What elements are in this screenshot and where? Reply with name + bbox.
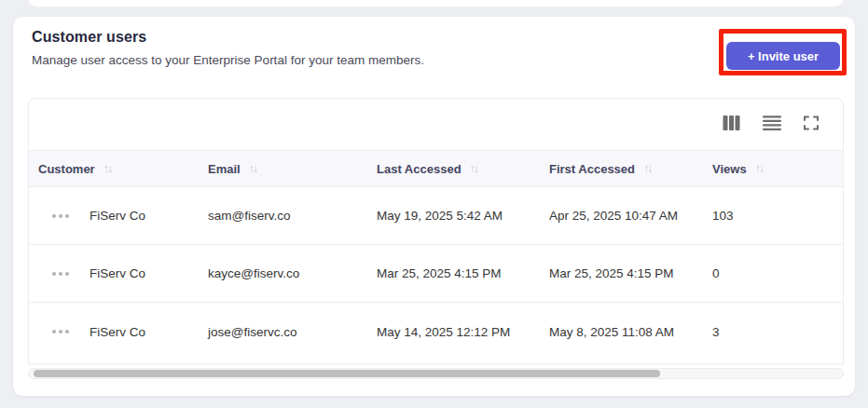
table-toolbar bbox=[29, 99, 843, 150]
users-table: Customer ↑↓ Email ↑↓ Last Accessed ↑↓ Fi… bbox=[28, 98, 844, 364]
sort-icon: ↑↓ bbox=[470, 162, 480, 175]
table-row[interactable]: FiServ Co kayce@fiserv.co Mar 25, 2025 4… bbox=[29, 245, 843, 303]
density-lines-icon bbox=[763, 115, 781, 134]
last-accessed-cell: May 14, 2025 12:12 PM bbox=[377, 325, 549, 339]
last-accessed-cell: May 19, 2025 5:42 AM bbox=[377, 209, 549, 223]
fullscreen-button[interactable] bbox=[804, 116, 819, 133]
customer-name: FiServ Co bbox=[90, 209, 145, 223]
sort-icon: ↑↓ bbox=[103, 162, 114, 175]
fullscreen-icon bbox=[804, 116, 819, 133]
table-row[interactable]: FiServ Co jose@fiservc.co May 14, 2025 1… bbox=[29, 303, 843, 360]
sort-icon: ↑↓ bbox=[249, 162, 259, 175]
customer-name: FiServ Co bbox=[90, 325, 145, 339]
column-label: Customer bbox=[38, 162, 95, 176]
page-subtitle: Manage user access to your Enterprise Po… bbox=[32, 53, 424, 67]
sort-icon: ↑↓ bbox=[643, 162, 654, 175]
row-menu-button[interactable] bbox=[52, 328, 69, 335]
horizontal-scrollbar-track[interactable] bbox=[28, 368, 844, 379]
column-label: Last Accessed bbox=[377, 162, 462, 176]
table-row[interactable]: FiServ Co sam@fiserv.co May 19, 2025 5:4… bbox=[29, 187, 843, 245]
last-accessed-cell: Mar 25, 2025 4:15 PM bbox=[377, 266, 549, 280]
column-label: Views bbox=[712, 162, 747, 176]
invite-user-button[interactable]: + Invite user bbox=[726, 42, 840, 70]
row-menu-button[interactable] bbox=[52, 270, 69, 278]
email-cell: sam@fiserv.co bbox=[208, 209, 377, 223]
column-label: First Accessed bbox=[549, 162, 635, 176]
first-accessed-cell: Mar 25, 2025 4:15 PM bbox=[549, 266, 712, 280]
horizontal-scrollbar-thumb[interactable] bbox=[34, 370, 660, 377]
customer-cell: FiServ Co bbox=[29, 266, 208, 280]
density-button[interactable] bbox=[763, 115, 781, 134]
customer-users-panel: Customer users Manage user access to you… bbox=[13, 17, 855, 396]
views-cell: 3 bbox=[712, 325, 843, 339]
column-header-first-accessed[interactable]: First Accessed ↑↓ bbox=[549, 151, 712, 186]
row-menu-button[interactable] bbox=[52, 212, 69, 220]
table-header-row: Customer ↑↓ Email ↑↓ Last Accessed ↑↓ Fi… bbox=[29, 150, 843, 187]
email-cell: jose@fiservc.co bbox=[208, 325, 377, 339]
email-cell: kayce@fiserv.co bbox=[208, 266, 377, 280]
customer-cell: FiServ Co bbox=[29, 209, 208, 223]
column-header-email[interactable]: Email ↑↓ bbox=[208, 151, 377, 186]
columns-button[interactable] bbox=[723, 115, 740, 134]
customer-name: FiServ Co bbox=[90, 266, 145, 280]
column-header-last-accessed[interactable]: Last Accessed ↑↓ bbox=[377, 151, 549, 186]
customer-cell: FiServ Co bbox=[29, 325, 208, 339]
first-accessed-cell: Apr 25, 2025 10:47 AM bbox=[549, 209, 712, 223]
previous-card-edge bbox=[28, 0, 844, 7]
column-header-customer[interactable]: Customer ↑↓ bbox=[29, 151, 208, 186]
sort-icon: ↑↓ bbox=[755, 162, 765, 175]
column-label: Email bbox=[208, 162, 241, 176]
page-title: Customer users bbox=[32, 29, 146, 46]
views-cell: 0 bbox=[712, 266, 843, 280]
column-header-views[interactable]: Views ↑↓ bbox=[712, 151, 843, 186]
views-cell: 103 bbox=[712, 209, 843, 223]
columns-icon bbox=[723, 115, 740, 134]
first-accessed-cell: May 8, 2025 11:08 AM bbox=[549, 325, 712, 339]
